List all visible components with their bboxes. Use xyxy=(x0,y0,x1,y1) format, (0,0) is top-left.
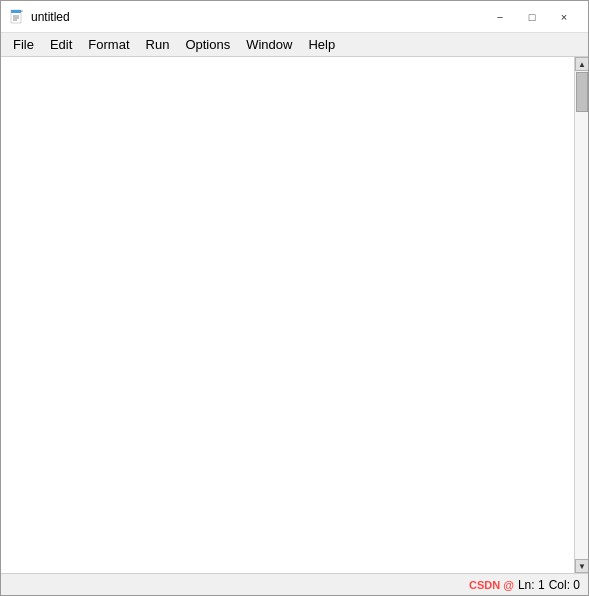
editor-area: ▲ ▼ xyxy=(1,57,588,573)
maximize-button[interactable]: □ xyxy=(516,5,548,29)
scrollbar-down-button[interactable]: ▼ xyxy=(575,559,588,573)
scrollbar-thumb[interactable] xyxy=(576,72,588,112)
window-controls: − □ × xyxy=(484,5,580,29)
menu-help[interactable]: Help xyxy=(300,33,343,56)
svg-rect-1 xyxy=(11,10,21,13)
minimize-button[interactable]: − xyxy=(484,5,516,29)
main-window: untitled − □ × File Edit Format Run Opti… xyxy=(0,0,589,596)
status-bar: CSDN @ Ln: 1 Col: 0 xyxy=(1,573,588,595)
scrollbar-vertical: ▲ ▼ xyxy=(574,57,588,573)
line-number: Ln: 1 xyxy=(518,578,545,592)
close-button[interactable]: × xyxy=(548,5,580,29)
window-title: untitled xyxy=(31,10,70,24)
app-icon xyxy=(9,9,25,25)
csdn-label: CSDN @ xyxy=(469,579,514,591)
menu-options[interactable]: Options xyxy=(177,33,238,56)
menu-window[interactable]: Window xyxy=(238,33,300,56)
menu-file[interactable]: File xyxy=(5,33,42,56)
scrollbar-up-button[interactable]: ▲ xyxy=(575,57,588,71)
menu-bar: File Edit Format Run Options Window Help xyxy=(1,33,588,57)
col-number: Col: 0 xyxy=(549,578,580,592)
title-bar-left: untitled xyxy=(9,9,70,25)
text-editor[interactable] xyxy=(1,57,574,573)
scrollbar-track[interactable] xyxy=(575,71,588,559)
menu-edit[interactable]: Edit xyxy=(42,33,80,56)
status-info: CSDN @ Ln: 1 Col: 0 xyxy=(469,578,580,592)
title-bar: untitled − □ × xyxy=(1,1,588,33)
menu-format[interactable]: Format xyxy=(80,33,137,56)
menu-run[interactable]: Run xyxy=(138,33,178,56)
